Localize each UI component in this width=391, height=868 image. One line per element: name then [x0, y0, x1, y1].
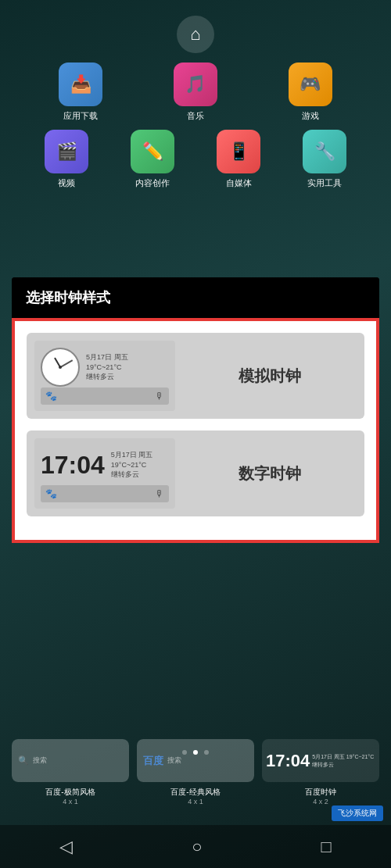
app-label-games: 游戏 — [302, 110, 319, 122]
digital-date-line2: 19°C~21°C — [111, 460, 153, 470]
digital-clock-option[interactable]: 17:04 5月17日 周五 19°C~21°C 继转多云 🐾 🎙 数字时钟 — [27, 430, 364, 516]
mic-icon-2: 🎙 — [155, 488, 164, 499]
widget-preview-3: 17:04 5月17日 周五 19°C~21°C 继转多云 — [262, 739, 379, 782]
widget-baidu-clock[interactable]: 17:04 5月17日 周五 19°C~21°C 继转多云 百度时钟 4 x 2 — [262, 739, 379, 805]
app-icon-music: 🎵 — [174, 63, 217, 106]
app-tools[interactable]: 🔧 实用工具 — [293, 130, 356, 189]
paw-icon: 🐾 — [45, 391, 57, 402]
analog-clock-label: 模拟时钟 — [183, 366, 357, 387]
analog-clock-face — [41, 348, 80, 387]
app-icon-create: ✏️ — [131, 130, 174, 173]
app-label-video: 视频 — [58, 177, 75, 189]
app-games[interactable]: 🎮 游戏 — [279, 63, 342, 122]
app-row-1: 📥 应用下载 🎵 音乐 🎮 游戏 — [23, 63, 368, 122]
digital-clock-label: 数字时钟 — [183, 463, 357, 484]
digital-bottom-bar: 🐾 🎙 — [41, 485, 169, 502]
minute-hand — [60, 359, 73, 367]
app-icon-video: 🎬 — [45, 130, 88, 173]
back-button[interactable]: ◁ — [59, 837, 73, 857]
clock-center — [59, 366, 62, 369]
home-icon[interactable]: ⌂ — [177, 16, 214, 53]
app-label-media: 自媒体 — [226, 177, 252, 189]
digital-clock-info: 5月17日 周五 19°C~21°C 继转多云 — [111, 450, 153, 480]
digital-date-line1: 5月17日 周五 — [111, 450, 153, 460]
widget-label-1: 百度-极简风格 — [45, 787, 95, 798]
widget-baidu-simple[interactable]: 🔍 搜索 百度-极简风格 4 x 1 — [12, 739, 129, 805]
app-icon-media: 📱 — [217, 130, 260, 173]
app-downloads[interactable]: 📥 应用下载 — [49, 63, 112, 122]
widget-label-2: 百度-经典风格 — [170, 787, 220, 798]
watermark: 飞沙系统网 — [332, 805, 383, 821]
digital-date-line3: 继转多云 — [111, 470, 153, 480]
analog-clock-face-wrapper: 5月17日 周五 19°C~21°C 继转多云 — [41, 347, 169, 388]
recent-button[interactable]: □ — [321, 837, 332, 857]
search-icon-1: 🔍 — [18, 755, 29, 766]
widget-label-3: 百度时钟 — [305, 787, 336, 798]
widget-size-2: 4 x 1 — [188, 798, 203, 805]
bottom-widgets: 🔍 搜索 百度-极简风格 4 x 1 百度 搜索 百度-经典风格 4 x 1 1… — [0, 739, 391, 805]
app-icon-tools: 🔧 — [303, 130, 346, 173]
watermark-text: 飞沙系统网 — [338, 809, 377, 817]
app-create[interactable]: ✏️ 内容创作 — [121, 130, 184, 189]
analog-bottom-bar: 🐾 🎙 — [41, 388, 169, 405]
app-icon-games: 🎮 — [289, 63, 332, 106]
clock-style-dialog: 选择时钟样式 5月17日 周五 19°C~21°C 继转多云 — [12, 277, 379, 543]
app-grid: 📥 应用下载 🎵 音乐 🎮 游戏 🎬 视频 ✏️ 内容创作 📱 自媒体 🔧 实用… — [23, 63, 368, 197]
analog-clock-info: 5月17日 周五 19°C~21°C 继转多云 — [86, 352, 128, 382]
app-label-downloads: 应用下载 — [63, 110, 98, 122]
analog-clock-option[interactable]: 5月17日 周五 19°C~21°C 继转多云 🐾 🎙 模拟时钟 — [27, 333, 364, 419]
widget-time-big: 17:04 — [266, 751, 310, 771]
app-row-2: 🎬 视频 ✏️ 内容创作 📱 自媒体 🔧 实用工具 — [23, 130, 368, 189]
app-video[interactable]: 🎬 视频 — [35, 130, 98, 189]
analog-date-line2: 19°C~21°C — [86, 363, 128, 373]
digital-clock-preview: 17:04 5月17日 周五 19°C~21°C 继转多云 🐾 🎙 — [34, 438, 175, 509]
digital-time-display: 17:04 — [41, 451, 105, 480]
app-music[interactable]: 🎵 音乐 — [164, 63, 227, 122]
top-home-area: ⌂ — [0, 16, 391, 53]
dialog-content: 5月17日 周五 19°C~21°C 继转多云 🐾 🎙 模拟时钟 17:04 — [12, 318, 379, 543]
widget-date-line1: 5月17日 周五 — [312, 754, 345, 759]
digital-clock-display: 17:04 5月17日 周五 19°C~21°C 继转多云 — [41, 445, 169, 485]
widget-preview-2: 百度 搜索 — [137, 739, 254, 782]
paw-icon-2: 🐾 — [45, 488, 57, 499]
analog-clock-preview: 5月17日 周五 19°C~21°C 继转多云 🐾 🎙 — [34, 341, 175, 411]
home-button[interactable]: ○ — [192, 837, 202, 857]
widget-search-simple: 🔍 搜索 — [12, 739, 129, 782]
search-text-1: 搜索 — [33, 755, 123, 766]
app-icon-downloads: 📥 — [59, 63, 102, 106]
analog-date-line3: 继转多云 — [86, 372, 128, 382]
widget-size-3: 4 x 2 — [313, 798, 328, 805]
baidu-logo: 百度 — [143, 754, 163, 768]
app-media[interactable]: 📱 自媒体 — [207, 130, 270, 189]
dialog-title: 选择时钟样式 — [12, 277, 379, 318]
widget-date-line2: 19°C~21°C — [346, 754, 374, 759]
widget-time-info: 5月17日 周五 19°C~21°C 继转多云 — [312, 753, 375, 767]
widget-date-line3: 继转多云 — [312, 762, 334, 767]
app-label-tools: 实用工具 — [307, 177, 342, 189]
widget-search-classic: 百度 搜索 — [137, 739, 254, 782]
widget-baidu-classic[interactable]: 百度 搜索 百度-经典风格 4 x 1 — [137, 739, 254, 805]
widget-clock-large: 17:04 5月17日 周五 19°C~21°C 继转多云 — [262, 749, 379, 773]
app-label-music: 音乐 — [187, 110, 204, 122]
mic-icon: 🎙 — [155, 391, 164, 402]
app-label-create: 内容创作 — [135, 177, 170, 189]
widget-preview-1: 🔍 搜索 — [12, 739, 129, 782]
nav-bar: ◁ ○ □ — [0, 825, 391, 868]
search-text-2: 搜索 — [167, 755, 248, 766]
widget-size-1: 4 x 1 — [63, 798, 78, 805]
analog-date-line1: 5月17日 周五 — [86, 352, 128, 363]
